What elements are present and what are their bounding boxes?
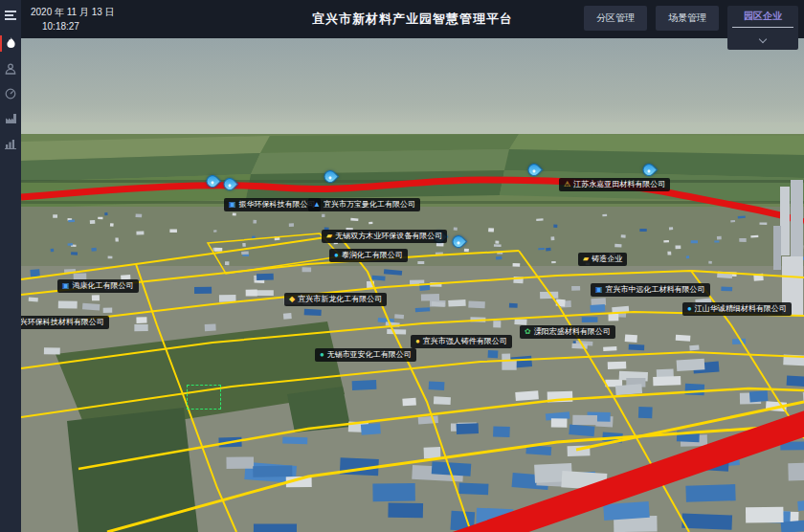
map-pin-icon[interactable]	[453, 235, 465, 248]
map-pin-icon[interactable]	[207, 175, 219, 188]
building-blue-icon: ▣	[595, 286, 603, 294]
park-enterprise-dropdown[interactable]: 园区企业	[727, 6, 798, 50]
drop-blue-icon: ●	[687, 305, 692, 313]
building-blue-icon: ▣	[229, 201, 236, 209]
company-name: 江山华诚精细材料有限公司	[695, 305, 787, 313]
scene-management-button[interactable]: 场景管理	[656, 6, 719, 31]
leaf-green-icon: ✿	[525, 328, 531, 336]
company-label[interactable]: ▰无锡双方木业环保设备有限公司	[322, 230, 447, 243]
company-name: 宜兴市中远化工材料有限公司	[606, 286, 705, 294]
flame-icon	[6, 37, 16, 50]
factory-icon	[5, 113, 17, 124]
map-pin-icon[interactable]	[528, 164, 541, 176]
menu-icon	[4, 10, 17, 21]
company-name: 宜兴环保科技材料有限公司	[21, 319, 104, 326]
company-label[interactable]: ▣振华环保科技有限公司	[224, 198, 321, 211]
sidebar	[0, 0, 21, 532]
gauge-icon	[5, 88, 16, 100]
header: 2020 年 11 月 13 日 10:18:27 宜兴市新材料产业园智慧管理平…	[21, 0, 804, 38]
company-name: 鸿康化工有限公司	[73, 282, 134, 290]
company-label[interactable]: ⚠江苏永嘉亚田材料有限公司	[559, 178, 670, 191]
selection-box	[187, 385, 221, 410]
company-name: 宜兴市新龙化工有限公司	[298, 296, 382, 303]
dropdown-label: 园区企业	[732, 10, 793, 23]
map-pin-icon[interactable]	[324, 170, 337, 183]
header-actions: 分区管理 场景管理 园区企业	[584, 6, 798, 50]
shield-yellow-icon: ◆	[289, 296, 295, 303]
factory-yellow-icon: ▰	[583, 255, 589, 263]
zone-management-button[interactable]: 分区管理	[584, 6, 647, 31]
company-label[interactable]: ●宜兴环保科技材料有限公司	[21, 316, 109, 329]
divider	[732, 27, 793, 28]
chart-icon	[5, 138, 16, 149]
building-blue-icon: ▣	[62, 282, 70, 290]
company-name: 宜兴市强人铸件有限公司	[423, 338, 507, 345]
company-name: 溧阳宏盛材料有限公司	[534, 328, 611, 336]
sky	[21, 38, 804, 134]
company-label[interactable]: ●宜兴市强人铸件有限公司	[411, 335, 512, 348]
dot-yellow-icon: ●	[415, 338, 420, 345]
company-name: 江苏永嘉亚田材料有限公司	[573, 181, 665, 188]
company-label[interactable]: ▣宜兴市中远化工材料有限公司	[591, 283, 710, 297]
company-name: 振华环保科技有限公司	[239, 201, 316, 209]
date-text: 2020 年 11 月 13 日	[31, 5, 115, 19]
map-pin-icon[interactable]	[224, 178, 236, 190]
datetime-block: 2020 年 11 月 13 日 10:18:27	[31, 5, 115, 33]
time-text: 10:18:27	[42, 19, 115, 33]
drop-blue-icon: ●	[334, 252, 339, 259]
company-label[interactable]: ▲宜兴市万宝曼化工有限公司	[308, 198, 420, 211]
drop-teal-icon: ●	[320, 351, 324, 359]
sidebar-item-chart[interactable]	[0, 133, 21, 153]
sidebar-item-gauge[interactable]	[0, 83, 21, 103]
company-name: 无锡市亚安化工有限公司	[327, 351, 412, 359]
sidebar-item-flame[interactable]	[0, 33, 21, 54]
company-label[interactable]: ◆宜兴市新龙化工有限公司	[284, 293, 387, 306]
company-name: 泰润化工有限公司	[342, 252, 403, 259]
company-label[interactable]: ✿溧阳宏盛材料有限公司	[520, 325, 615, 339]
company-name: 宜兴市万宝曼化工有限公司	[324, 201, 415, 209]
company-name: 铸造企业	[592, 255, 622, 263]
company-label[interactable]: ●江山华诚精细材料有限公司	[682, 302, 792, 316]
company-label[interactable]: ▣鸿康化工有限公司	[57, 279, 139, 293]
application-window: 2020 年 11 月 13 日 10:18:27 宜兴市新材料产业园智慧管理平…	[0, 0, 804, 532]
company-label[interactable]: ●泰润化工有限公司	[329, 249, 408, 262]
user-icon	[5, 63, 16, 75]
sidebar-item-factory[interactable]	[0, 108, 21, 128]
map-pin-icon[interactable]	[643, 164, 656, 176]
sidebar-item-user[interactable]	[0, 58, 21, 78]
company-label[interactable]: ●无锡市亚安化工有限公司	[315, 348, 416, 362]
sidebar-item-menu[interactable]	[0, 5, 21, 25]
factory-yellow-icon: ▰	[326, 233, 332, 240]
warning-yellow-icon: ⚠	[564, 181, 570, 188]
chevron-down-icon	[759, 35, 767, 43]
company-name: 无锡双方木业环保设备有限公司	[335, 233, 442, 240]
company-label[interactable]: ▰铸造企业	[578, 253, 627, 266]
mountain-blue-icon: ▲	[313, 201, 321, 209]
map-viewport[interactable]: ▣振华环保科技有限公司▲宜兴市万宝曼化工有限公司▰无锡双方木业环保设备有限公司●…	[21, 38, 804, 532]
